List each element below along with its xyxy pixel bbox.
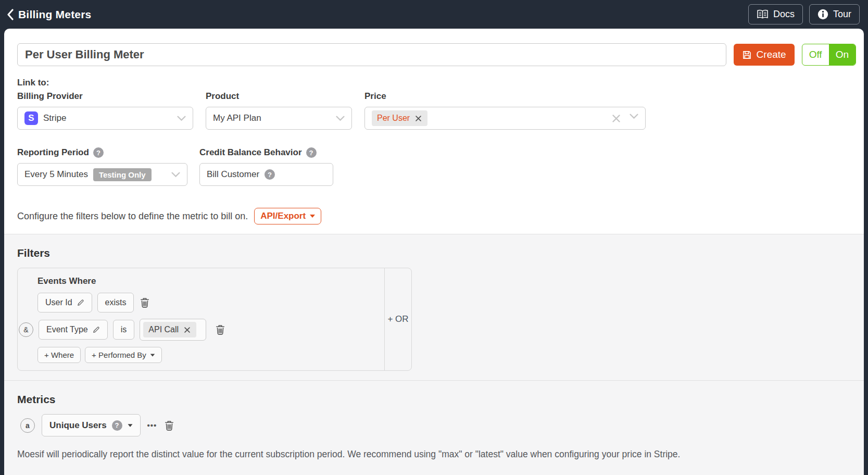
configure-text: Configure the filters below to define th…	[17, 211, 248, 222]
pencil-icon	[77, 299, 84, 306]
filter-operator-button[interactable]: exists	[97, 293, 134, 312]
price-tag-label: Per User	[377, 114, 410, 123]
create-button[interactable]: Create	[734, 44, 795, 66]
info-icon	[817, 9, 828, 20]
add-where-button[interactable]: + Where	[37, 347, 81, 363]
caret-down-icon	[310, 215, 315, 218]
stripe-logo: S	[24, 111, 38, 125]
reporting-period-label: Reporting Period	[17, 147, 89, 158]
book-icon	[757, 9, 769, 19]
add-or-label: + OR	[387, 314, 408, 324]
api-export-button[interactable]: API/Export	[254, 208, 321, 224]
events-where-label: Events Where	[37, 276, 377, 286]
metric-id-badge: a	[20, 418, 35, 433]
product-column: Product My API Plan	[206, 88, 352, 130]
metrics-heading: Metrics	[17, 393, 851, 406]
metrics-section: Metrics a Unique Users ? ••• Moesif will…	[17, 381, 851, 460]
filter-field-label: Event Type	[46, 325, 88, 334]
toggle-off-option[interactable]: Off	[802, 44, 829, 65]
metric-row: a Unique Users ? •••	[20, 414, 851, 436]
filter-group: Events Where User Id exists	[17, 268, 412, 371]
clear-selection-icon[interactable]	[611, 114, 621, 123]
chevron-down-icon	[171, 172, 180, 178]
filter-field-label: User Id	[45, 298, 72, 307]
top-bar: Billing Meters Docs Tour	[0, 0, 868, 29]
docs-button[interactable]: Docs	[748, 4, 803, 24]
meter-config-form: Create Off On Link to: Billing Provider …	[4, 29, 864, 224]
pencil-icon	[93, 326, 100, 333]
testing-only-badge: Testing Only	[93, 168, 152, 181]
configure-row: Configure the filters below to define th…	[17, 208, 856, 224]
reporting-period-column: Reporting Period ? Every 5 Minutes Testi…	[17, 144, 187, 186]
link-to-label: Link to:	[17, 78, 856, 88]
billing-provider-value: Stripe	[43, 113, 66, 123]
credit-balance-label: Credit Balance Behavior	[199, 147, 302, 158]
price-tag: Per User	[372, 110, 427, 126]
content-card: Create Off On Link to: Billing Provider …	[4, 29, 864, 475]
tour-button[interactable]: Tour	[809, 4, 860, 24]
and-conjunction-badge: &	[19, 322, 33, 337]
product-value: My API Plan	[213, 113, 261, 123]
trash-icon[interactable]	[139, 296, 150, 309]
help-icon[interactable]: ?	[112, 420, 122, 431]
billing-provider-label: Billing Provider	[17, 91, 83, 102]
filter-field-button[interactable]: User Id	[37, 293, 92, 312]
help-icon[interactable]: ?	[265, 169, 275, 180]
reporting-period-select[interactable]: Every 5 Minutes Testing Only	[17, 163, 187, 186]
price-label: Price	[364, 91, 386, 102]
credit-balance-column: Credit Balance Behavior ? Bill Customer …	[199, 144, 333, 186]
toggle-on-option[interactable]: On	[829, 44, 856, 65]
more-options-icon[interactable]: •••	[147, 421, 157, 430]
filter-row: User Id exists	[37, 293, 377, 312]
back-link[interactable]: Billing Meters	[6, 8, 92, 21]
metric-value-label: Unique Users	[49, 420, 107, 431]
filter-field-button[interactable]: Event Type	[39, 320, 108, 340]
chevron-down-icon	[177, 116, 186, 121]
filter-operator-label: is	[121, 325, 127, 334]
trash-icon[interactable]	[163, 419, 175, 432]
reporting-period-value: Every 5 Minutes	[24, 169, 88, 180]
chevron-down-icon	[630, 114, 638, 123]
chevron-left-icon	[6, 9, 15, 20]
remove-tag-icon[interactable]	[414, 115, 422, 122]
filters-metrics-area: Filters Events Where User Id exists	[4, 234, 864, 475]
tour-button-label: Tour	[833, 9, 851, 20]
price-column: Price Per User	[364, 88, 646, 130]
filter-value-label: API Call	[148, 325, 179, 334]
filter-group-main: Events Where User Id exists	[18, 268, 384, 370]
help-icon[interactable]: ?	[93, 147, 104, 158]
add-where-label: + Where	[44, 351, 74, 359]
docs-button-label: Docs	[773, 9, 795, 20]
topbar-actions: Docs Tour	[748, 4, 860, 24]
add-or-button[interactable]: + OR	[384, 268, 411, 370]
filter-operator-button[interactable]: is	[113, 320, 135, 340]
caret-down-icon	[150, 354, 155, 356]
add-performed-by-label: + Performed By	[92, 351, 146, 359]
save-icon	[742, 50, 752, 60]
metric-select[interactable]: Unique Users ?	[42, 414, 141, 436]
filter-value-box[interactable]: API Call	[140, 319, 206, 341]
add-performed-by-button[interactable]: + Performed By	[85, 347, 162, 363]
filter-operator-label: exists	[105, 298, 127, 307]
credit-balance-select[interactable]: Bill Customer ?	[199, 163, 333, 186]
credit-balance-value: Bill Customer	[207, 169, 259, 180]
filter-row: & Event Type is API Call	[19, 319, 377, 341]
settings-columns: Reporting Period ? Every 5 Minutes Testi…	[17, 144, 856, 186]
create-button-label: Create	[757, 49, 786, 60]
meter-name-input[interactable]	[17, 43, 726, 66]
help-icon[interactable]: ?	[306, 147, 317, 158]
api-export-label: API/Export	[260, 211, 306, 221]
trash-icon[interactable]	[215, 323, 226, 336]
filter-add-row: + Where + Performed By	[37, 347, 377, 363]
title-row: Create Off On	[17, 43, 856, 66]
link-to-columns: Billing Provider S Stripe Product My API…	[17, 88, 856, 130]
metric-note: Moesif will periodically report the dist…	[17, 449, 851, 460]
price-multiselect[interactable]: Per User	[364, 107, 646, 130]
filters-heading: Filters	[17, 247, 851, 259]
price-select-icons	[611, 114, 638, 123]
filter-value-tag: API Call	[143, 322, 196, 338]
remove-tag-icon[interactable]	[183, 326, 191, 334]
on-off-toggle: Off On	[802, 44, 856, 66]
product-select[interactable]: My API Plan	[206, 107, 352, 130]
billing-provider-select[interactable]: S Stripe	[17, 107, 193, 130]
